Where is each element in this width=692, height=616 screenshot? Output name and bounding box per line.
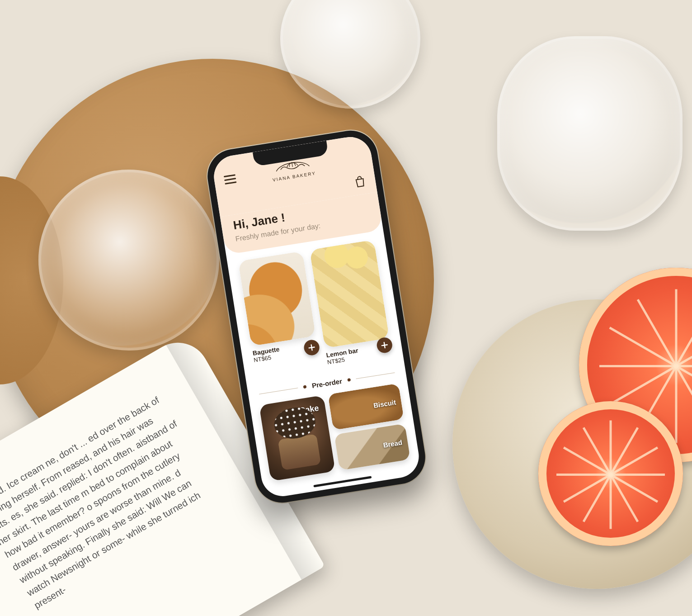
- dot-icon: [303, 385, 307, 389]
- category-card-cake[interactable]: Cake: [259, 395, 335, 481]
- bag-icon[interactable]: [354, 175, 367, 190]
- plus-icon: [307, 343, 315, 351]
- product-image-lemonbar: [310, 240, 390, 348]
- plus-icon: [381, 341, 389, 349]
- category-card-bread[interactable]: Bread: [334, 423, 410, 470]
- featured-card-baguette[interactable]: Baguette NT$65: [238, 251, 321, 377]
- grapefruit-slice-small: [538, 401, 683, 546]
- glass-right: [497, 36, 683, 231]
- menu-icon[interactable]: [224, 174, 237, 185]
- book-text: he said. Ice cream ne, don't ... ed over…: [0, 389, 227, 613]
- preorder-title: Pre-order: [311, 377, 343, 389]
- product-image-baguette: [238, 251, 316, 346]
- featured-card-lemonbar[interactable]: Lemon bar NT$25: [310, 240, 392, 365]
- featured-row: Baguette NT$65 Lemon bar NT$25: [226, 230, 404, 389]
- category-label: Bread: [382, 438, 403, 449]
- glass-left: [38, 170, 219, 351]
- category-label: Cake: [299, 403, 320, 416]
- dot-icon: [347, 378, 351, 382]
- category-label: Biscuit: [373, 398, 396, 409]
- plate: [452, 299, 692, 589]
